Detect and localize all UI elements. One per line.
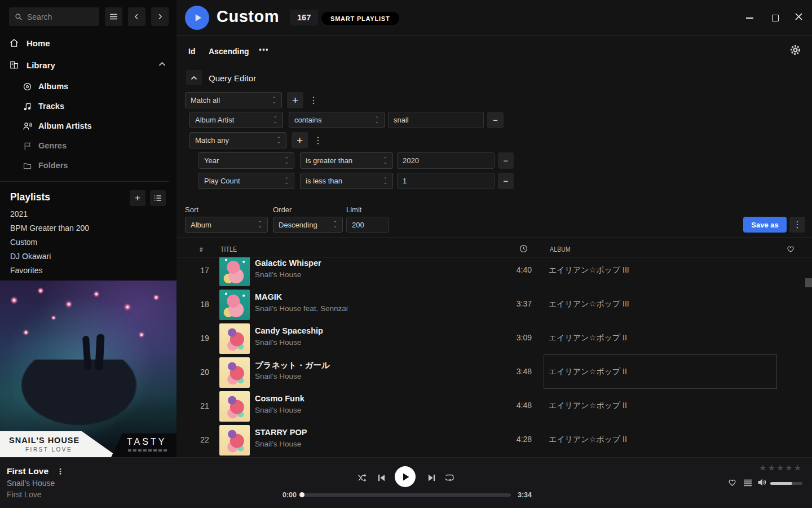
rating-stars: ★ ★ ★ ★ ★ xyxy=(759,463,801,473)
sidebar-item-albums[interactable]: Albums xyxy=(23,80,68,93)
menu-button[interactable] xyxy=(105,7,122,26)
forward-button[interactable] xyxy=(151,7,169,26)
playlist-item[interactable]: BPM Greater than 200 xyxy=(10,224,89,233)
add-group-rule-button[interactable]: + xyxy=(292,132,308,148)
repeat-icon xyxy=(444,473,454,482)
shuffle-icon xyxy=(358,474,367,482)
select-value: is less than xyxy=(306,177,342,185)
playlist-item[interactable]: 2021 xyxy=(10,209,28,218)
back-button[interactable] xyxy=(128,7,145,26)
artwork-rocks xyxy=(10,360,148,433)
remove-rule-button[interactable]: − xyxy=(487,112,504,128)
group-menu-button[interactable]: ⋮ xyxy=(314,135,323,146)
sort-select[interactable]: Album ⌃⌄ xyxy=(185,217,268,233)
playlists-title: Playlists xyxy=(10,191,50,203)
playlist-item[interactable]: Favorites xyxy=(10,266,43,275)
rule-value-input[interactable] xyxy=(397,173,495,189)
favorite-button[interactable] xyxy=(726,477,738,487)
sidebar-item-album-artists[interactable]: Album Artists xyxy=(23,119,92,133)
play-icon xyxy=(193,13,203,23)
settings-button[interactable] xyxy=(789,45,801,57)
shuffle-button[interactable] xyxy=(356,472,368,483)
rule-value-input[interactable] xyxy=(388,112,484,128)
rule-field-select[interactable]: Album Artist ⌃⌄ xyxy=(189,112,283,128)
add-playlist-button[interactable]: + xyxy=(130,190,145,206)
minimize-button[interactable] xyxy=(744,14,754,23)
search-input[interactable] xyxy=(27,12,89,21)
play-playlist-button[interactable] xyxy=(185,6,209,30)
star-icon[interactable]: ★ xyxy=(767,463,775,473)
sidebar-item-genres[interactable]: Genres xyxy=(23,139,67,152)
rule-operator-select[interactable]: is less than ⌃⌄ xyxy=(300,173,393,189)
column-header-title[interactable]: TITLE xyxy=(220,246,240,253)
sidebar-item-library[interactable]: Library xyxy=(9,58,55,72)
seek-bar[interactable] xyxy=(302,493,511,497)
order-label: Order xyxy=(273,205,292,214)
sidebar-item-folders[interactable]: Folders xyxy=(23,159,68,172)
volume-slider[interactable] xyxy=(770,482,802,485)
table-row[interactable]: 17 Galactic Whisper Snail’s House 4:40 エ… xyxy=(176,257,812,288)
playlist-item[interactable]: DJ Okawari xyxy=(10,252,51,261)
more-options-button[interactable]: ••• xyxy=(259,45,269,54)
order-select[interactable]: Descending ⌃⌄ xyxy=(273,217,343,233)
column-header-number[interactable]: # xyxy=(197,246,206,253)
track-artist: Snail’s House xyxy=(255,406,301,414)
save-menu-button[interactable]: ⋮ xyxy=(789,217,805,233)
table-row[interactable]: 21 Cosmo Funk Snail’s House 4:48 エイリアン☆ポ… xyxy=(176,389,812,423)
star-icon[interactable]: ★ xyxy=(785,463,792,473)
rule-field-select[interactable]: Year ⌃⌄ xyxy=(198,152,294,169)
search-input-wrapper[interactable] xyxy=(9,7,99,26)
remove-rule-button[interactable]: − xyxy=(498,152,514,169)
table-row[interactable]: 18 MAGIK Snail’s House feat. Sennzai 3:3… xyxy=(176,288,812,322)
rule-operator-select[interactable]: is greater than ⌃⌄ xyxy=(300,152,393,169)
heart-icon xyxy=(727,478,737,487)
star-icon[interactable]: ★ xyxy=(794,463,801,473)
column-header-album[interactable]: ALBUM xyxy=(550,246,574,253)
query-editor-collapse-button[interactable] xyxy=(186,70,202,85)
now-playing-menu-button[interactable]: ⋮ xyxy=(56,467,64,476)
sidebar-item-label: Albums xyxy=(38,82,68,91)
list-icon xyxy=(154,195,162,202)
search-icon xyxy=(15,13,23,21)
playlist-options-button[interactable] xyxy=(150,190,166,206)
previous-track-button[interactable] xyxy=(376,473,387,482)
group-match-type-select[interactable]: Match any ⌃⌄ xyxy=(189,132,286,148)
table-row[interactable]: 19 Candy Spaceship Snail’s House 3:09 エイ… xyxy=(176,322,812,356)
rule-value-input[interactable] xyxy=(397,152,495,169)
star-icon[interactable]: ★ xyxy=(776,463,784,473)
rule-operator-select[interactable]: contains ⌃⌄ xyxy=(289,112,385,128)
rule-field-select[interactable]: Play Count ⌃⌄ xyxy=(198,173,294,189)
select-carets-icon: ⌃⌄ xyxy=(374,117,379,123)
scrollbar-thumb[interactable] xyxy=(805,278,812,287)
remove-rule-button[interactable]: − xyxy=(498,173,514,189)
select-value: Album xyxy=(191,221,211,229)
page-title: Custom xyxy=(217,7,279,26)
table-row[interactable]: 22 STARRY POP Snail’s House 4:28 エイリアン☆ポ… xyxy=(176,423,812,457)
sidebar-divider xyxy=(0,181,169,182)
play-pause-button[interactable] xyxy=(395,466,416,487)
volume-button[interactable] xyxy=(757,477,768,487)
match-type-select[interactable]: Match all ⌃⌄ xyxy=(185,92,282,108)
seek-handle[interactable] xyxy=(299,492,304,497)
close-button[interactable] xyxy=(793,13,804,22)
limit-input[interactable] xyxy=(346,217,389,233)
sidebar-item-tracks[interactable]: Tracks xyxy=(23,99,64,113)
add-rule-button[interactable]: + xyxy=(287,92,303,108)
save-as-button[interactable]: Save as xyxy=(743,217,787,233)
table-row[interactable]: 20 プラネット・ガール Snail’s House 3:48 エイリアン☆ポッ… xyxy=(176,356,812,389)
maximize-icon xyxy=(772,15,779,21)
repeat-button[interactable] xyxy=(444,472,455,483)
next-track-button[interactable] xyxy=(426,473,437,482)
playlist-item[interactable]: Custom xyxy=(10,238,37,247)
track-list: 17 Galactic Whisper Snail’s House 4:40 エ… xyxy=(176,257,812,457)
library-collapse-chevron-icon[interactable] xyxy=(158,62,166,67)
sort-field-control[interactable]: Id xyxy=(188,47,195,56)
favorite-column-heart-icon[interactable] xyxy=(786,244,795,253)
queue-button[interactable] xyxy=(743,479,753,487)
sidebar-item-home[interactable]: Home xyxy=(9,36,50,50)
sort-direction-control[interactable]: Ascending xyxy=(209,47,249,56)
duration-column-clock-icon[interactable] xyxy=(519,244,528,253)
maximize-button[interactable] xyxy=(770,14,780,23)
rule-group-menu-button[interactable]: ⋮ xyxy=(309,95,318,106)
star-icon[interactable]: ★ xyxy=(759,463,766,473)
